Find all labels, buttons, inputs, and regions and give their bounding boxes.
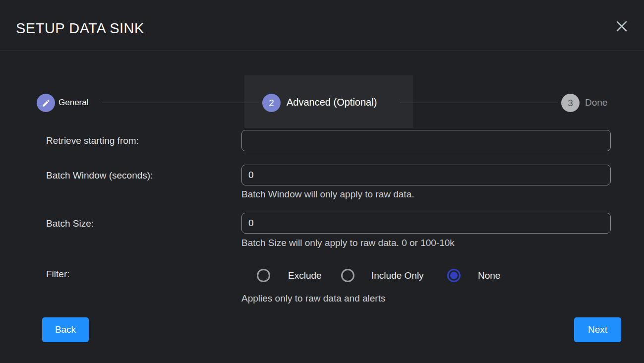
- back-button[interactable]: Back: [42, 317, 89, 342]
- dialog-title: SETUP DATA SINK: [16, 20, 144, 37]
- step-done-indicator: 3: [561, 94, 580, 112]
- filter-radio-include-only[interactable]: [341, 269, 354, 282]
- batch-window-helper: Batch Window will only apply to raw data…: [241, 189, 414, 200]
- filter-helper: Applies only to raw data and alerts: [241, 293, 385, 304]
- batch-size-helper: Batch Size will only apply to raw data. …: [241, 238, 455, 248]
- filter-radio-exclude[interactable]: [257, 269, 270, 282]
- next-button[interactable]: Next: [574, 317, 621, 342]
- close-button[interactable]: [613, 18, 630, 35]
- filter-radio-include-only-label[interactable]: Include Only: [371, 270, 424, 281]
- step-done-label: Done: [585, 97, 607, 108]
- filter-radio-exclude-label[interactable]: Exclude: [288, 270, 322, 281]
- step-general-label[interactable]: General: [59, 98, 88, 108]
- batch-window-input[interactable]: [241, 165, 611, 185]
- step-advanced-label[interactable]: Advanced (Optional): [287, 97, 377, 108]
- filter-radio-none-label[interactable]: None: [478, 270, 500, 281]
- batch-size-input[interactable]: [241, 213, 611, 234]
- pencil-icon: [42, 99, 51, 108]
- step-connector-2: [400, 103, 558, 103]
- step-general-indicator[interactable]: [37, 94, 55, 112]
- filter-radio-none[interactable]: [447, 269, 461, 282]
- step-advanced-indicator[interactable]: 2: [262, 94, 281, 112]
- batch-size-label: Batch Size:: [46, 218, 94, 229]
- retrieve-starting-from-label: Retrieve starting from:: [46, 135, 139, 146]
- step-connector-1: [102, 103, 259, 103]
- retrieve-starting-from-input[interactable]: [241, 130, 611, 151]
- filter-label: Filter:: [46, 269, 70, 280]
- step-number: 3: [568, 98, 573, 109]
- dialog-header: SETUP DATA SINK: [0, 0, 644, 51]
- setup-data-sink-dialog: SETUP DATA SINK General 2 Advanced (Opti…: [0, 0, 644, 363]
- close-icon: [614, 19, 629, 34]
- step-number: 2: [269, 98, 274, 109]
- batch-window-label: Batch Window (seconds):: [46, 170, 153, 181]
